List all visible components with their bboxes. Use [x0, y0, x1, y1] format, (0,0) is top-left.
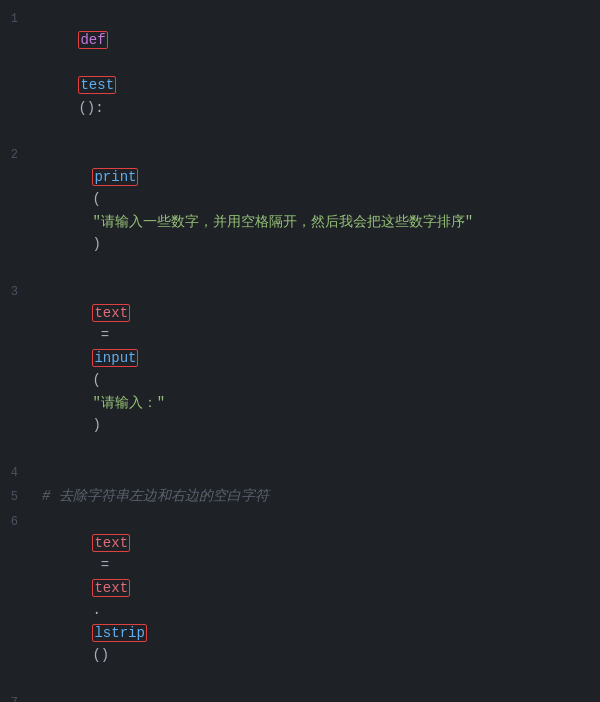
code-line-7: 7 text = text . rstrip (): [0, 690, 600, 702]
var-text-1: text: [92, 304, 130, 322]
var-text-3: text: [92, 579, 130, 597]
string-welcome: "请输入一些数字，并用空格隔开，然后我会把这些数字排序": [92, 214, 473, 230]
code-line-3: 3 text = input ( "请输入：" ): [0, 279, 600, 460]
keyword-def: def: [78, 31, 107, 49]
comment-strip: # 去除字符串左边和右边的空白字符: [28, 485, 592, 507]
code-line-5: 5 # 去除字符串左边和右边的空白字符: [0, 484, 600, 508]
keyword-print-1: print: [92, 168, 138, 186]
code-line-1: 1 def test ():: [0, 6, 600, 142]
code-editor: 1 def test (): 2 print ( "请输入一些数字，并用空格隔开…: [0, 0, 600, 702]
keyword-input: input: [92, 349, 138, 367]
function-name-test: test: [78, 76, 116, 94]
var-text-2: text: [92, 534, 130, 552]
method-lstrip: lstrip: [92, 624, 146, 642]
code-line-4: 4: [0, 460, 600, 484]
code-line-6: 6 text = text . lstrip (): [0, 509, 600, 690]
code-line-2: 2 print ( "请输入一些数字，并用空格隔开，然后我会把这些数字排序" ): [0, 142, 600, 278]
string-prompt: "请输入：": [92, 395, 165, 411]
